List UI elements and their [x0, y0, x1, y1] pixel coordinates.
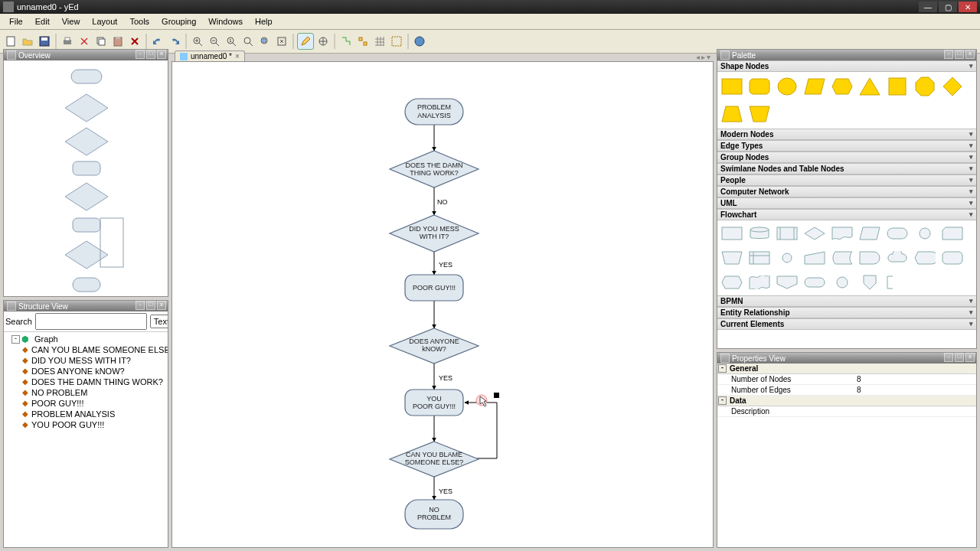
- shape-trapezoid2[interactable]: [748, 103, 771, 126]
- document-tab[interactable]: unnamed0 * ×: [175, 51, 245, 61]
- zoom-selection-button[interactable]: [257, 34, 273, 49]
- menu-tools[interactable]: Tools: [123, 15, 155, 28]
- shape-hexagon[interactable]: [831, 75, 854, 98]
- fc-subprocess[interactable]: [776, 223, 799, 243]
- zoom-fit-button[interactable]: [240, 34, 256, 49]
- new-button[interactable]: [3, 34, 18, 49]
- fc-tape[interactable]: [748, 272, 771, 292]
- fc-cloud[interactable]: [886, 248, 909, 268]
- fc-delay[interactable]: [858, 248, 881, 268]
- structure-tree[interactable]: -⬢ Graph ◆CAN YOU BLAME SOMEONE ELSE? ◆D…: [4, 332, 168, 432]
- tab-list-icon[interactable]: ▾: [707, 53, 710, 61]
- menu-windows[interactable]: Windows: [202, 15, 249, 28]
- structure-search-input[interactable]: [35, 313, 147, 330]
- menu-edit[interactable]: Edit: [29, 15, 56, 28]
- grid-button[interactable]: [372, 34, 387, 49]
- panel-close-icon[interactable]: x: [157, 50, 166, 59]
- tab-close-icon[interactable]: ×: [235, 52, 240, 60]
- graph-canvas[interactable]: NO YES YES YES PROBLEM ANALYSIS DOES THE…: [172, 61, 714, 548]
- overview-canvas[interactable]: [4, 60, 168, 296]
- menu-file[interactable]: File: [3, 15, 29, 28]
- paste-button[interactable]: [110, 34, 126, 49]
- panel-max-icon[interactable]: □: [146, 50, 155, 59]
- menu-layout[interactable]: Layout: [86, 15, 123, 28]
- palette-cat-edge[interactable]: Edge Types▾: [717, 140, 976, 152]
- fc-document[interactable]: [831, 223, 854, 243]
- redo-button[interactable]: [167, 34, 182, 49]
- tree-item[interactable]: PROBLEM ANALYSIS: [31, 409, 115, 419]
- prop-group-data[interactable]: -Data: [717, 396, 976, 406]
- palette-cat-uml[interactable]: UML▾: [717, 197, 976, 209]
- fc-offpage[interactable]: [776, 272, 799, 292]
- panel-min-icon[interactable]: -: [136, 50, 145, 59]
- orthogonal-button[interactable]: [338, 34, 354, 49]
- fc-parallelogram[interactable]: [858, 223, 881, 243]
- shape-rect[interactable]: [720, 75, 743, 98]
- snap-button[interactable]: [355, 34, 371, 49]
- minimize-button[interactable]: —: [919, 2, 937, 12]
- palette-cat-flowchart[interactable]: Flowchart▾: [717, 209, 976, 220]
- fc-small-circle[interactable]: [776, 248, 799, 268]
- shape-roundrect[interactable]: [748, 75, 771, 98]
- tree-item[interactable]: CAN YOU BLAME SOMEONE ELSE?: [31, 344, 168, 355]
- shape-trapezoid[interactable]: [720, 103, 743, 126]
- structure-search-combo[interactable]: Text: [150, 315, 168, 328]
- palette-cat-swimlane[interactable]: Swimlane Nodes and Table Nodes▾: [717, 163, 976, 174]
- shape-triangle[interactable]: [858, 75, 881, 98]
- cut-button[interactable]: [77, 34, 92, 49]
- nav-mode-button[interactable]: [315, 34, 331, 49]
- palette-cat-shape-nodes[interactable]: Shape Nodes▾: [717, 60, 976, 72]
- shape-octagon[interactable]: [913, 75, 936, 98]
- tree-item[interactable]: DOES THE DAMN THING WORK?: [31, 377, 163, 387]
- tree-item[interactable]: DOES ANYONE kNOW?: [31, 366, 125, 377]
- zoom-out-button[interactable]: [207, 34, 222, 49]
- shape-ellipse[interactable]: [776, 75, 799, 98]
- menu-view[interactable]: View: [56, 15, 87, 28]
- fc-pill[interactable]: [803, 272, 826, 292]
- fc-stored-data[interactable]: [831, 248, 854, 268]
- prop-desc-value[interactable]: [855, 406, 976, 416]
- fc-display[interactable]: [913, 248, 936, 268]
- fit-content-button[interactable]: [274, 34, 289, 49]
- fc-circle2[interactable]: [831, 272, 854, 292]
- web-button[interactable]: [412, 34, 427, 49]
- palette-cat-people[interactable]: People▾: [717, 174, 976, 186]
- menu-grouping[interactable]: Grouping: [155, 15, 202, 28]
- tree-item[interactable]: YOU POOR GUY!!!: [31, 419, 104, 430]
- delete-button[interactable]: [127, 34, 142, 49]
- edit-mode-button[interactable]: [297, 33, 314, 50]
- fc-internal-storage[interactable]: [748, 248, 771, 268]
- tree-item[interactable]: NO PROBLEM: [31, 387, 87, 398]
- tree-item[interactable]: POOR GUY!!!: [31, 398, 83, 409]
- save-button[interactable]: [37, 34, 52, 49]
- palette-cat-er[interactable]: Entity Relationship▾: [717, 307, 976, 318]
- fc-roundrect[interactable]: [941, 248, 964, 268]
- shape-diamond[interactable]: [941, 75, 964, 98]
- fc-terminator[interactable]: [886, 223, 909, 243]
- zoom-reset-button[interactable]: 1: [224, 34, 239, 49]
- print-button[interactable]: [60, 34, 75, 49]
- fc-connector[interactable]: [913, 223, 936, 243]
- shape-square[interactable]: [886, 75, 909, 98]
- fc-decision[interactable]: [803, 223, 826, 243]
- copy-button[interactable]: [93, 34, 109, 49]
- menu-help[interactable]: Help: [249, 15, 279, 28]
- palette-cat-network[interactable]: Computer Network▾: [717, 186, 976, 197]
- prop-group-general[interactable]: -General: [717, 364, 976, 374]
- shape-parallelogram[interactable]: [803, 75, 826, 98]
- zoom-in-button[interactable]: [190, 34, 205, 49]
- select-tool-button[interactable]: [389, 34, 404, 49]
- fc-manual-op[interactable]: [720, 248, 743, 268]
- maximize-button[interactable]: ▢: [939, 2, 957, 12]
- fc-manual-input[interactable]: [803, 248, 826, 268]
- open-button[interactable]: [20, 34, 35, 49]
- undo-button[interactable]: [150, 34, 165, 49]
- fc-data-store[interactable]: [748, 223, 771, 243]
- close-button[interactable]: ✕: [959, 2, 977, 12]
- palette-cat-current[interactable]: Current Elements▾: [717, 318, 976, 330]
- fc-card[interactable]: [941, 223, 964, 243]
- fc-annotation[interactable]: [886, 272, 909, 292]
- tab-prev-icon[interactable]: ◂: [696, 53, 700, 61]
- fc-shield[interactable]: [858, 272, 881, 292]
- fc-hexagon[interactable]: [720, 272, 743, 292]
